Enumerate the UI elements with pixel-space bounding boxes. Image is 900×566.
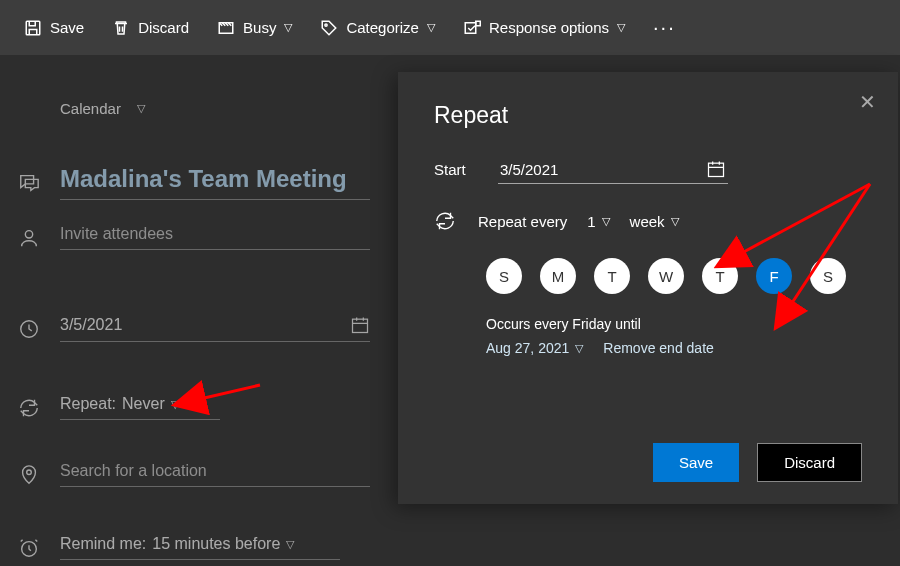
crumb-label: Calendar xyxy=(60,100,121,117)
chevron-down-icon: ▽ xyxy=(284,21,292,34)
day-picker: SMTWTFS xyxy=(486,258,862,294)
day-5[interactable]: F xyxy=(756,258,792,294)
svg-rect-7 xyxy=(353,319,368,332)
date-value: 3/5/2021 xyxy=(60,316,122,334)
busy-icon xyxy=(217,19,235,37)
until-picker[interactable]: Aug 27, 2021 ▽ xyxy=(486,340,583,356)
chevron-down-icon: ▽ xyxy=(137,102,145,115)
remind-label: Remind me: xyxy=(60,535,146,553)
repeat-dialog: ✕ Repeat Start 3/5/2021 Repeat every 1 ▽… xyxy=(398,72,898,504)
repeat-label: Repeat: xyxy=(60,395,116,413)
day-4[interactable]: T xyxy=(702,258,738,294)
chevron-down-icon: ▽ xyxy=(286,538,294,551)
day-1[interactable]: M xyxy=(540,258,576,294)
busy-dropdown[interactable]: Busy ▽ xyxy=(217,19,292,37)
dialog-buttons: Save Discard xyxy=(653,443,862,482)
unit-value: week xyxy=(630,213,665,230)
repeat-dropdown[interactable]: Repeat: Never ▽ xyxy=(60,395,220,420)
more-button[interactable]: ··· xyxy=(653,16,676,39)
interval-row: Repeat every 1 ▽ week ▽ xyxy=(434,210,862,232)
occurs-summary: Occurs every Friday until Aug 27, 2021 ▽… xyxy=(486,316,862,356)
discard-button[interactable]: Discard xyxy=(112,19,189,37)
occurs-text: Occurs every Friday until xyxy=(486,316,862,332)
toolbar: Save Discard Busy ▽ Categorize ▽ Respons… xyxy=(0,0,900,55)
close-button[interactable]: ✕ xyxy=(859,90,876,114)
categorize-dropdown[interactable]: Categorize ▽ xyxy=(320,19,435,37)
day-6[interactable]: S xyxy=(810,258,846,294)
breadcrumb[interactable]: Calendar ▽ xyxy=(60,100,145,117)
calendar-icon xyxy=(706,159,726,179)
busy-label: Busy xyxy=(243,19,276,36)
day-2[interactable]: T xyxy=(594,258,630,294)
dialog-discard-button[interactable]: Discard xyxy=(757,443,862,482)
attendees-row: Invite attendees xyxy=(58,225,370,250)
repeat-icon xyxy=(18,397,40,419)
location-input[interactable]: Search for a location xyxy=(60,462,370,487)
repeat-icon xyxy=(434,210,456,232)
chat-icon xyxy=(18,172,40,194)
save-button[interactable]: Save xyxy=(24,19,84,37)
repeat-value: Never xyxy=(122,395,165,413)
remind-row: Remind me: 15 minutes before ▽ xyxy=(58,535,340,560)
remove-end-link[interactable]: Remove end date xyxy=(603,340,714,356)
chevron-down-icon: ▽ xyxy=(171,398,179,411)
chevron-down-icon: ▽ xyxy=(575,342,583,355)
calendar-icon xyxy=(350,315,370,335)
start-value: 3/5/2021 xyxy=(500,161,558,178)
start-date-input[interactable]: 3/5/2021 xyxy=(498,155,728,184)
save-label: Save xyxy=(50,19,84,36)
trash-icon xyxy=(112,19,130,37)
dialog-title: Repeat xyxy=(434,102,862,129)
svg-point-8 xyxy=(27,469,32,474)
save-icon xyxy=(24,19,42,37)
svg-point-2 xyxy=(325,23,327,25)
chevron-down-icon: ▽ xyxy=(671,215,679,228)
event-title[interactable]: Madalina's Team Meeting xyxy=(60,165,370,200)
title-row: Madalina's Team Meeting xyxy=(58,165,370,200)
chevron-down-icon: ▽ xyxy=(427,21,435,34)
until-value: Aug 27, 2021 xyxy=(486,340,569,356)
chevron-down-icon: ▽ xyxy=(617,21,625,34)
chevron-down-icon: ▽ xyxy=(602,215,610,228)
location-row: Search for a location xyxy=(58,462,370,487)
date-input[interactable]: 3/5/2021 xyxy=(60,315,370,342)
categorize-label: Categorize xyxy=(346,19,419,36)
location-icon xyxy=(18,464,40,486)
person-icon xyxy=(18,227,40,249)
attendees-input[interactable]: Invite attendees xyxy=(60,225,370,250)
interval-value: 1 xyxy=(587,213,595,230)
discard-label: Discard xyxy=(138,19,189,36)
svg-rect-0 xyxy=(26,21,40,35)
svg-point-5 xyxy=(25,230,32,237)
response-dropdown[interactable]: Response options ▽ xyxy=(463,19,625,37)
unit-picker[interactable]: week ▽ xyxy=(630,213,679,230)
day-3[interactable]: W xyxy=(648,258,684,294)
repeat-row: Repeat: Never ▽ xyxy=(58,395,220,420)
day-0[interactable]: S xyxy=(486,258,522,294)
clock-icon xyxy=(18,318,40,340)
svg-rect-10 xyxy=(709,163,724,176)
interval-picker[interactable]: 1 ▽ xyxy=(587,213,609,230)
start-row: Start 3/5/2021 xyxy=(434,155,862,184)
svg-rect-4 xyxy=(476,21,481,26)
date-row: 3/5/2021 xyxy=(58,315,370,342)
alarm-icon xyxy=(18,537,40,559)
dialog-save-button[interactable]: Save xyxy=(653,443,739,482)
response-icon xyxy=(463,19,481,37)
repeat-every-label: Repeat every xyxy=(478,213,567,230)
response-label: Response options xyxy=(489,19,609,36)
svg-rect-3 xyxy=(465,22,476,33)
tag-icon xyxy=(320,19,338,37)
remind-value: 15 minutes before xyxy=(152,535,280,553)
start-label: Start xyxy=(434,161,498,178)
remind-dropdown[interactable]: Remind me: 15 minutes before ▽ xyxy=(60,535,340,560)
